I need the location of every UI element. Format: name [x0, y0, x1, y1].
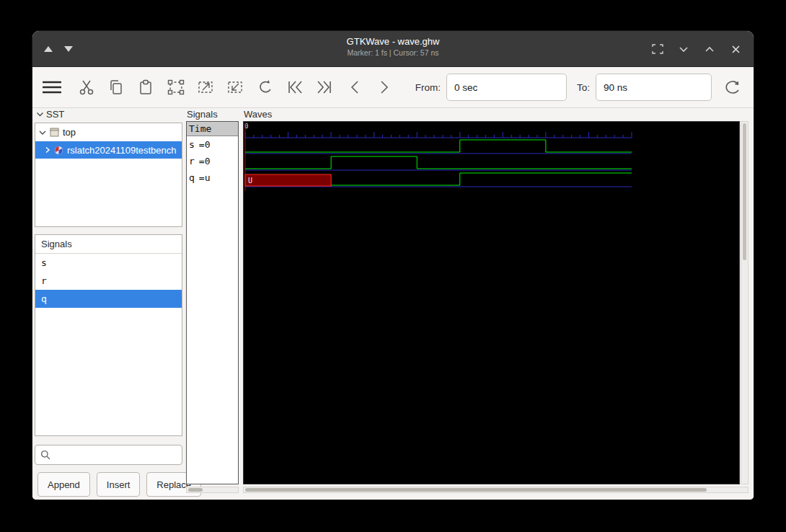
- entity-icon: [54, 146, 63, 155]
- shift-left-icon[interactable]: [345, 77, 363, 97]
- signal-name: s: [189, 139, 195, 150]
- search-icon: [40, 450, 50, 460]
- sst-label: SST: [46, 109, 64, 120]
- wave-canvas[interactable]: 0U: [243, 121, 740, 484]
- gtkwave-window: GTKWave - wave.ghw Marker: 1 fs | Cursor…: [32, 31, 754, 500]
- to-label: To:: [577, 82, 590, 93]
- fullscreen-icon[interactable]: [650, 41, 666, 57]
- signal-row-q[interactable]: q =u: [187, 169, 238, 186]
- signal-item-r[interactable]: r: [35, 272, 182, 290]
- signal-names-panel: Time s =0 r =0 q =u: [186, 121, 239, 484]
- time-column-header[interactable]: Time: [187, 122, 238, 136]
- tree-node-label: rslatch20241109testbench: [67, 145, 177, 156]
- main-content: SST top: [32, 108, 754, 500]
- action-buttons: Append Insert Replace: [37, 472, 201, 497]
- marker-cursor-status: Marker: 1 fs | Cursor: 57 ns: [32, 48, 754, 58]
- minimize-chevron-down-icon[interactable]: [676, 41, 692, 57]
- sst-header[interactable]: SST: [36, 109, 64, 120]
- signal-value: =0: [199, 156, 211, 167]
- shift-right-icon[interactable]: [375, 77, 393, 97]
- window-title: GTKWave - wave.ghw: [32, 35, 754, 48]
- waves-panel-label: Waves: [244, 109, 272, 120]
- go-to-start-icon[interactable]: [286, 77, 304, 97]
- module-box-icon: [50, 128, 59, 137]
- titlebar: GTKWave - wave.ghw Marker: 1 fs | Cursor…: [32, 31, 754, 67]
- svg-text:U: U: [248, 177, 252, 185]
- go-to-end-icon[interactable]: [316, 77, 334, 97]
- wave-horizontal-scrollbar[interactable]: [243, 487, 749, 493]
- scrollbar-thumb[interactable]: [743, 123, 746, 260]
- zoom-out-icon[interactable]: [196, 77, 214, 97]
- signal-value: =0: [199, 139, 211, 150]
- chevron-right-icon: [45, 146, 50, 154]
- signal-search[interactable]: [35, 445, 182, 465]
- search-input[interactable]: [55, 446, 182, 464]
- from-input[interactable]: [446, 74, 567, 101]
- signal-row-r[interactable]: r =0: [187, 153, 238, 169]
- signals-panel-label: Signals: [187, 109, 218, 120]
- signal-browser-header: Signals: [35, 235, 182, 254]
- signal-item-s[interactable]: s: [35, 254, 182, 272]
- chevron-down-icon: [39, 130, 46, 136]
- close-icon[interactable]: [728, 41, 743, 57]
- signal-value: =u: [199, 172, 211, 183]
- undo-icon[interactable]: [256, 77, 274, 97]
- menu-hamburger-icon[interactable]: [42, 77, 61, 97]
- tree-node-label: top: [63, 127, 76, 138]
- scrollbar-thumb[interactable]: [245, 488, 707, 492]
- signal-item-q[interactable]: q: [35, 290, 182, 308]
- signal-name: r: [189, 156, 195, 167]
- append-button[interactable]: Append: [37, 472, 90, 497]
- toolbar: From: To:: [32, 67, 754, 108]
- scrollbar-thumb[interactable]: [188, 488, 203, 492]
- signal-name: q: [189, 172, 195, 183]
- names-horizontal-scrollbar[interactable]: [186, 487, 239, 493]
- maximize-chevron-up-icon[interactable]: [702, 41, 717, 57]
- reload-icon[interactable]: [723, 77, 742, 97]
- wave-vertical-scrollbar[interactable]: [741, 121, 749, 484]
- paste-icon[interactable]: [137, 77, 155, 97]
- copy-icon[interactable]: [107, 77, 125, 97]
- sst-tree: top rslatch20241109testbench: [35, 123, 182, 227]
- tree-node-testbench[interactable]: rslatch20241109testbench: [35, 141, 182, 159]
- to-input[interactable]: [596, 74, 712, 101]
- cut-icon[interactable]: [77, 77, 95, 97]
- signal-row-s[interactable]: s =0: [187, 136, 238, 153]
- zoom-in-icon[interactable]: [226, 77, 244, 97]
- from-label: From:: [415, 82, 441, 93]
- zoom-fit-icon[interactable]: [167, 77, 185, 97]
- insert-button[interactable]: Insert: [97, 472, 141, 497]
- tree-node-top[interactable]: top: [35, 123, 182, 141]
- signal-browser: Signals s r q: [35, 234, 182, 436]
- chevron-down-icon: [36, 111, 44, 118]
